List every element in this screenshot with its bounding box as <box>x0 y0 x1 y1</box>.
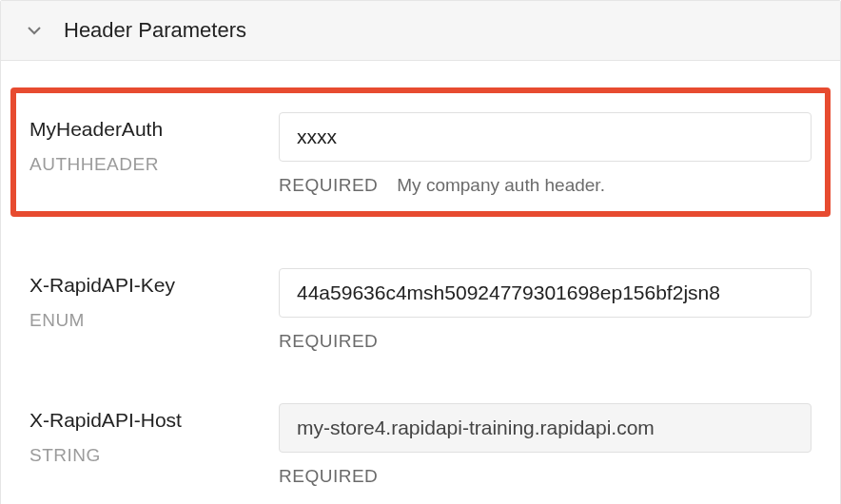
param-row-rapidapi-key: X-RapidAPI-Key ENUM REQUIRED <box>1 255 840 352</box>
param-type: STRING <box>29 445 279 466</box>
section-title: Header Parameters <box>64 18 246 43</box>
param-input-rapidapi-key[interactable] <box>279 268 812 318</box>
chevron-down-icon <box>26 22 43 39</box>
required-label: REQUIRED <box>279 331 378 352</box>
param-value-col: REQUIRED <box>279 268 812 352</box>
param-meta: REQUIRED <box>279 466 812 487</box>
required-label: REQUIRED <box>279 466 378 487</box>
param-value-col: REQUIRED <box>279 403 812 487</box>
param-type: AUTHHEADER <box>29 154 279 175</box>
param-label-col: X-RapidAPI-Key ENUM <box>29 268 279 331</box>
param-name: MyHeaderAuth <box>29 118 279 141</box>
highlighted-parameter: MyHeaderAuth AUTHHEADER REQUIRED My comp… <box>10 87 831 217</box>
param-input-rapidapi-host[interactable] <box>279 403 812 453</box>
param-meta: REQUIRED <box>279 331 812 352</box>
param-label-col: MyHeaderAuth AUTHHEADER <box>29 112 279 175</box>
param-description: My company auth header. <box>397 175 605 196</box>
section-header[interactable]: Header Parameters <box>1 1 840 61</box>
param-row-rapidapi-host: X-RapidAPI-Host STRING REQUIRED <box>1 390 840 487</box>
required-label: REQUIRED <box>279 175 378 196</box>
param-type: ENUM <box>29 310 279 331</box>
param-row-myheaderauth: MyHeaderAuth AUTHHEADER REQUIRED My comp… <box>29 99 812 196</box>
parameters-body: MyHeaderAuth AUTHHEADER REQUIRED My comp… <box>1 87 840 504</box>
param-value-col: REQUIRED My company auth header. <box>279 112 812 196</box>
param-meta: REQUIRED My company auth header. <box>279 175 812 196</box>
param-name: X-RapidAPI-Host <box>29 409 279 432</box>
param-label-col: X-RapidAPI-Host STRING <box>29 403 279 466</box>
param-name: X-RapidAPI-Key <box>29 274 279 297</box>
param-input-myheaderauth[interactable] <box>279 112 812 162</box>
header-parameters-panel: Header Parameters MyHeaderAuth AUTHHEADE… <box>0 0 841 504</box>
